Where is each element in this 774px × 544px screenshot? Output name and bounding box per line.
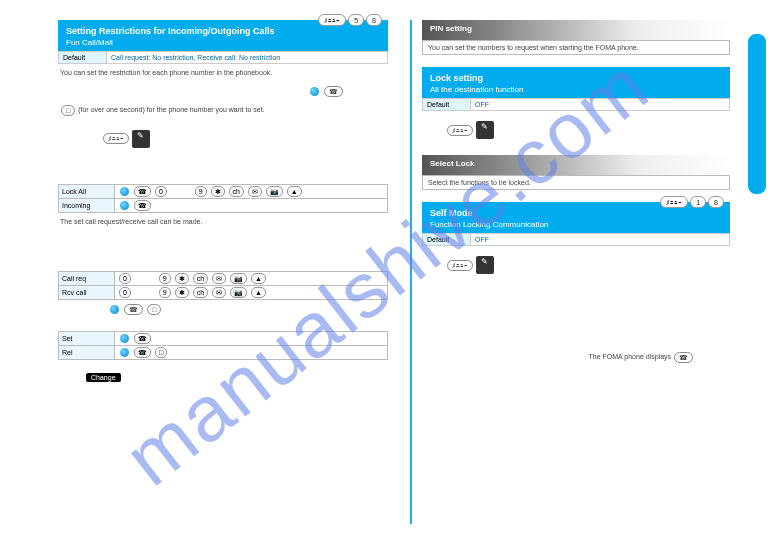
default-value: OFF [471, 99, 729, 110]
default-value: Call request: No restriction, Receive ca… [107, 52, 387, 63]
desc-box-2: Select the functions to be locked. [422, 175, 730, 190]
camera-icon: 📷 [230, 273, 247, 284]
key-9-icon: 9 [159, 273, 171, 284]
up-icon: ▲ [287, 186, 302, 197]
header-title: Setting Restrictions for Incoming/Outgoi… [66, 26, 380, 36]
table-1: Lock All ☎ 0 9 ✱ ch ✉ 📷 ▲ Incoming ☎ [58, 184, 388, 213]
menu-pill: ﾒﾆｭｰ [660, 196, 688, 208]
t3-r1-icons: ☎ [115, 331, 388, 345]
header-title: Self Mode [430, 208, 722, 218]
camera-icon: 📷 [230, 287, 247, 298]
bottom-line: The FOMA phone displays ☎ [422, 348, 730, 367]
side-tab [748, 34, 766, 194]
mail-icon: ✉ [248, 186, 262, 197]
default-label: Default [423, 99, 471, 110]
key-0-icon: 0 [119, 273, 131, 284]
left-header-1: ﾒﾆｭｰ 5 8 Setting Restrictions for Incomi… [58, 20, 388, 51]
key-9-icon: 9 [195, 186, 207, 197]
mail-icon: ✉ [212, 287, 226, 298]
t2-r2-icons: 0 9 ✱ ch ✉ 📷 ▲ [115, 285, 388, 299]
left-column: ﾒﾆｭｰ 5 8 Setting Restrictions for Incomi… [58, 20, 388, 384]
step-1-line: □ (for over one second) for the phone nu… [58, 101, 388, 120]
key-icon: □ [61, 105, 75, 116]
settings-icon [132, 130, 150, 148]
up-icon: ▲ [251, 287, 266, 298]
circle-icon [120, 201, 129, 210]
default-bar-2: Default OFF [422, 98, 730, 111]
grad-header-2: Select Lock [422, 155, 730, 175]
menu-key-icon: ﾒﾆｭｰ [447, 260, 473, 271]
t1-r2-icons: ☎ [115, 198, 388, 212]
right-column: PIN setting You can set the numbers to r… [422, 20, 730, 367]
menu-key-icon: ﾒﾆｭｰ [447, 125, 473, 136]
right-header-3: ﾒﾆｭｰ 1 8 Self Mode Function Locking Comm… [422, 202, 730, 233]
phone-icon: ☎ [324, 86, 343, 97]
t3-r2-label: Rel [59, 345, 115, 359]
mail-icon: ✉ [212, 273, 226, 284]
clear-icon: ch [193, 287, 208, 298]
key-pill-1: 1 [690, 196, 706, 208]
right-header-2: Lock setting All the destination functio… [422, 67, 730, 98]
settings-icon [476, 256, 494, 274]
t2-r2-label: Rcv call [59, 285, 115, 299]
t2-r1-label: Call req [59, 271, 115, 285]
table-2: Call req 0 9 ✱ ch ✉ 📷 ▲ Rcv call 0 9 ✱ c… [58, 271, 388, 300]
key-icon: □ [147, 304, 161, 315]
default-label: Default [59, 52, 107, 63]
phone-icon: ☎ [134, 347, 151, 358]
body-text-1: You can set the restriction for each pho… [58, 64, 388, 82]
key-icon: ☎ [124, 304, 143, 315]
key-0-icon: 0 [155, 186, 167, 197]
default-value: OFF [471, 234, 729, 245]
star-icon: ✱ [175, 287, 189, 298]
table-3: Set ☎ Rel ☎ □ [58, 331, 388, 360]
circle-icon [120, 334, 129, 343]
default-bar-3: Default OFF [422, 233, 730, 246]
phone-icon: ☎ [134, 333, 151, 344]
t3-r1-label: Set [59, 331, 115, 345]
step-r2: ﾒﾆｭｰ [422, 117, 730, 143]
key-pill-8: 8 [708, 196, 724, 208]
star-icon: ✱ [211, 186, 225, 197]
header-sub: Function Locking Communication [430, 220, 722, 229]
grad-header-1: PIN setting [422, 20, 730, 40]
key-pill-8: 8 [366, 14, 382, 26]
default-bar-1: Default Call request: No restriction, Re… [58, 51, 388, 64]
t1-r1-icons: ☎ 0 9 ✱ ch ✉ 📷 ▲ [115, 184, 388, 198]
star-icon: ✱ [175, 273, 189, 284]
t1-r1-label: Lock All [59, 184, 115, 198]
key-pill-5: 5 [348, 14, 364, 26]
step-r3: ﾒﾆｭｰ [422, 252, 730, 278]
circle-icon [120, 187, 129, 196]
clear-icon: ch [193, 273, 208, 284]
settings-icon [476, 121, 494, 139]
header-sub: Fun Call/Mail [66, 38, 380, 47]
key-0-icon: 0 [119, 287, 131, 298]
t3-r2-icons: ☎ □ [115, 345, 388, 359]
phone-icon: ☎ [134, 200, 151, 211]
line2: ☎ □ [58, 300, 388, 319]
phone-icon: ☎ [674, 352, 693, 363]
header-title: Lock setting [430, 73, 722, 83]
menu-key-icon: ﾒﾆｭｰ [103, 133, 129, 144]
t2-r1-icons: 0 9 ✱ ch ✉ 📷 ▲ [115, 271, 388, 285]
column-divider [410, 20, 412, 524]
note-1: The set call request/receive call can be… [58, 213, 388, 231]
step-1: ☎ [58, 82, 388, 101]
key-9-icon: 9 [159, 287, 171, 298]
nav-circle-icon [310, 87, 319, 96]
menu-pill: ﾒﾆｭｰ [318, 14, 346, 26]
up-icon: ▲ [251, 273, 266, 284]
key-icon: □ [155, 347, 167, 358]
change-chip: Change [86, 373, 121, 382]
desc-box-1: You can set the numbers to request when … [422, 40, 730, 55]
header-sub: All the destination function [430, 85, 722, 94]
step-2: ﾒﾆｭｰ [58, 126, 388, 152]
circle-icon [110, 305, 119, 314]
camera-icon: 📷 [266, 186, 283, 197]
t1-r2-label: Incoming [59, 198, 115, 212]
clear-icon: ch [229, 186, 244, 197]
phone-icon: ☎ [134, 186, 151, 197]
circle-icon [120, 348, 129, 357]
default-label: Default [423, 234, 471, 245]
